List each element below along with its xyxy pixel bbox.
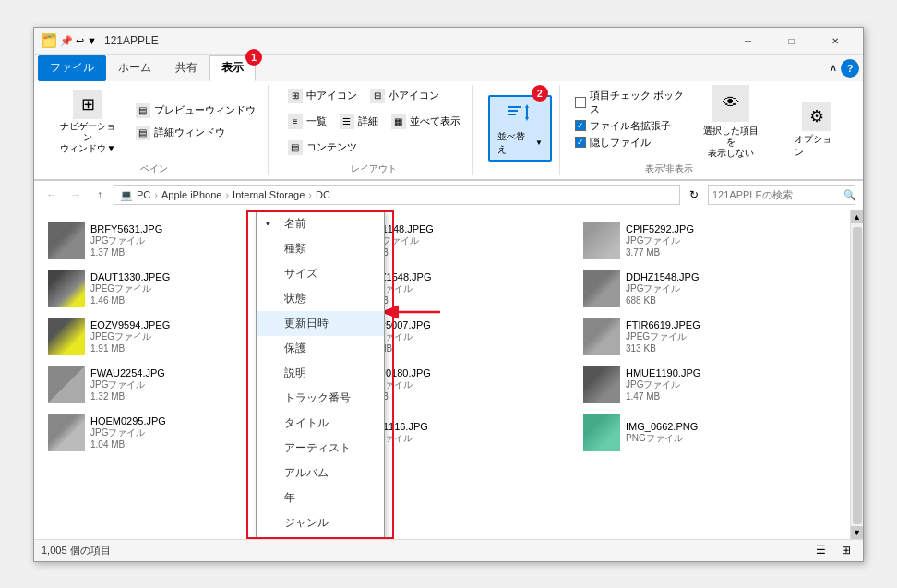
sort-item-length[interactable]: 長さ — [257, 535, 384, 539]
ribbon-group-layout: ⊞ 中アイコン ⊟ 小アイコン ≡ 一覧 ☰ 詳細 — [276, 85, 473, 175]
address-storage: Internal Storage — [233, 189, 305, 200]
file-size: 1.83 MB — [358, 343, 568, 354]
help-button[interactable]: ? — [841, 59, 859, 78]
file-thumbnail — [583, 270, 620, 307]
sort-item-genre[interactable]: ジャンル — [257, 510, 384, 535]
file-thumbnail — [583, 414, 620, 451]
extension-checkbox-label[interactable]: ✓ ファイル名拡張子 — [575, 119, 692, 133]
list-item[interactable]: IMG_0662.PNG PNGファイル — [577, 410, 843, 456]
scroll-thumb[interactable] — [853, 227, 862, 524]
ribbon-collapse-button[interactable]: ∧ — [830, 62, 837, 74]
tile-icon: ▦ — [391, 114, 406, 129]
minimize-button[interactable]: ─ — [727, 27, 769, 54]
file-size: 688 KB — [358, 295, 568, 306]
sort-item-year[interactable]: 年 — [257, 486, 384, 510]
sort-item-title[interactable]: タイトル — [257, 411, 384, 436]
preview-icon: ▤ — [136, 103, 150, 118]
small-icon-button[interactable]: ⊟ 小アイコン — [365, 86, 444, 106]
layout-group-content: ⊞ 中アイコン ⊟ 小アイコン ≡ 一覧 ☰ 詳細 — [283, 85, 465, 159]
sort-item-desc[interactable]: 説明 — [257, 361, 384, 386]
options-button[interactable]: ⚙ オプション — [786, 97, 848, 163]
sort-btn-label: 並べ替え ▼ — [497, 130, 543, 156]
ribbon-group-options: ⚙ オプション — [779, 85, 855, 175]
content-button[interactable]: ▤ コンテンツ — [283, 138, 362, 158]
hidden-checkbox[interactable]: ✓ — [575, 137, 586, 148]
sort-item-track[interactable]: トラック番号 — [257, 386, 384, 411]
ribbon-group-sort: 並べ替え ▼ 2 — [481, 85, 560, 175]
file-info: ILXW1116.JPG JPGファイル — [358, 421, 568, 445]
sort-item-size[interactable]: サイズ — [257, 261, 384, 286]
checkboxes: 項目チェック ボックス ✓ ファイル名拡張子 ✓ 隠しファイル — [575, 85, 692, 153]
sort-item-artist[interactable]: アーティスト — [257, 436, 384, 461]
file-name: FOKP5007.JPG — [358, 319, 568, 330]
hidden-checkbox-label[interactable]: ✓ 隠しファイル — [575, 136, 692, 150]
address-bar[interactable]: 💻 PC › Apple iPhone › Internal Storage ›… — [114, 185, 680, 205]
sort-item-status[interactable]: 状態 — [257, 286, 384, 311]
main-window: 🗂️ 📌 ↩ ▼ 121APPLE ─ □ ✕ ファイル ホーム 共有 表示 — [33, 27, 864, 562]
file-thumbnail — [583, 222, 620, 259]
file-list: BRFY5631.JPG JPGファイル 1.37 MB BVRI1148.JP… — [34, 210, 850, 539]
details-view-button[interactable]: ☰ — [811, 541, 830, 559]
file-name: FTIR6619.JPEG — [626, 319, 836, 330]
maximize-button[interactable]: □ — [771, 27, 812, 54]
file-name: ILXW1116.JPG — [358, 421, 568, 432]
sort-item-name[interactable]: 名前 — [257, 211, 384, 236]
large-view-button[interactable]: ⊞ — [837, 541, 855, 559]
close-button[interactable]: ✕ — [814, 27, 855, 54]
list-item[interactable]: DDHZ1548.JPG JPGファイル 688 KB — [577, 266, 843, 312]
status-right: ☰ ⊞ — [811, 541, 855, 559]
file-info: DDHZ1548.JPG JPGファイル 688 KB — [626, 271, 836, 306]
sort-item-protect[interactable]: 保護 — [257, 336, 384, 361]
extension-checkbox[interactable]: ✓ — [575, 120, 586, 131]
detail-button[interactable]: ☰ 詳細 — [335, 112, 383, 132]
sort-item-date[interactable]: 更新日時 — [257, 311, 384, 336]
back-button[interactable]: ← — [42, 185, 62, 205]
large-icon-icon: ⊞ — [288, 89, 303, 103]
preview-pane-button[interactable]: ▤ プレビューウィンドウ — [131, 101, 260, 121]
sort-icon — [505, 101, 534, 130]
file-name: IMG_0662.PNG — [626, 421, 836, 432]
navigation-pane-button[interactable]: ⊞ ナビゲーションウィンドウ▼ — [49, 85, 127, 159]
content-icon: ▤ — [288, 140, 303, 155]
options-label: オプション — [795, 133, 840, 159]
file-area: BRFY5631.JPG JPGファイル 1.37 MB BVRI1148.JP… — [34, 210, 863, 539]
detail-pane-button[interactable]: ▤ 詳細ウィンドウ — [131, 123, 260, 143]
file-size: 313 KB — [626, 343, 836, 354]
sort-item-type[interactable]: 種類 — [257, 236, 384, 261]
small-icon-icon: ⊟ — [370, 89, 385, 103]
status-bar: 1,005 個の項目 ☰ ⊞ — [34, 539, 863, 561]
item-checkbox[interactable] — [575, 97, 586, 108]
tab-home[interactable]: ホーム — [106, 55, 163, 81]
ribbon-right-controls: ∧ ? — [830, 59, 859, 78]
nav-pane-label: ナビゲーションウィンドウ▼ — [57, 121, 119, 154]
scroll-down-button[interactable]: ▼ — [851, 526, 864, 539]
sort-dropdown[interactable]: 名前 種類 サイズ 状態 更新日時 保護 説明 — [256, 210, 385, 539]
forward-button[interactable]: → — [66, 185, 86, 205]
item-checkbox-label[interactable]: 項目チェック ボックス — [575, 89, 692, 116]
up-button[interactable]: ↑ — [90, 185, 110, 205]
tab-share[interactable]: 共有 — [163, 55, 209, 81]
list-item[interactable]: HMUE1190.JPG JPGファイル 1.47 MB — [577, 362, 843, 408]
file-type: JPGファイル — [358, 330, 568, 343]
list-item[interactable]: CPIF5292.JPG JPGファイル 3.77 MB — [577, 218, 843, 264]
tab-file[interactable]: ファイル — [38, 55, 106, 81]
list-item[interactable]: FTIR6619.JPEG JPEGファイル 313 KB — [577, 314, 843, 360]
sort-button[interactable]: 並べ替え ▼ — [488, 95, 552, 162]
scroll-up-button[interactable]: ▲ — [851, 210, 864, 223]
scrollbar[interactable]: ▲ ▼ — [850, 210, 863, 539]
sort-item-album[interactable]: アルバム — [257, 461, 384, 486]
large-icon-button[interactable]: ⊞ 中アイコン — [283, 86, 362, 106]
search-input[interactable] — [712, 189, 840, 200]
file-type: JPGファイル — [626, 378, 836, 391]
list-button[interactable]: ≡ 一覧 — [283, 112, 331, 132]
refresh-button[interactable]: ↻ — [684, 185, 704, 205]
tab-view[interactable]: 表示 1 — [209, 55, 256, 81]
nav-bar: ← → ↑ 💻 PC › Apple iPhone › Internal Sto… — [34, 181, 863, 210]
file-size: 724 KB — [358, 391, 568, 402]
file-thumbnail — [48, 270, 85, 307]
file-info: DDHZ1548.JPG JPGファイル 688 KB — [358, 271, 568, 306]
file-name: BVRI1148.JPEG — [358, 223, 568, 234]
file-info: FOKP5007.JPG JPGファイル 1.83 MB — [358, 319, 568, 354]
ribbon-tabs: ファイル ホーム 共有 表示 1 ∧ ? — [34, 55, 863, 81]
tile-button[interactable]: ▦ 並べて表示 — [387, 112, 465, 132]
